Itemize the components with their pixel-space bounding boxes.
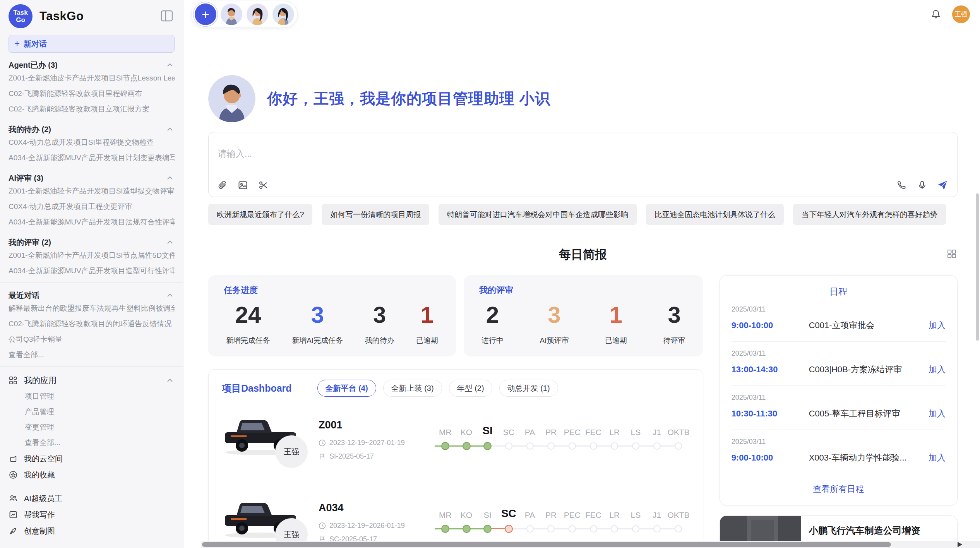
chat-input-placeholder[interactable]: 请输入...	[218, 148, 252, 160]
suggestion-chip[interactable]: 比亚迪全固态电池计划具体说了什么	[646, 204, 784, 225]
sidebar-item[interactable]: A034-全新新能源MUV产品开发项目计划变更表编写	[9, 150, 175, 166]
view-all-schedule-link[interactable]: 查看所有日程	[732, 474, 946, 501]
milestone-cell: LS	[625, 421, 646, 480]
sidebar-item[interactable]: 解释最新出台的欧盟报废车法规再生塑料比例被调至15%...	[9, 301, 175, 316]
briefing-stat-card: 任务进度 24 新增完成任务 3 新增AI完成任务 3 我的待办 1 已逾期	[208, 275, 456, 356]
dashboard-filter-chip[interactable]: 全新平台 (4)	[317, 380, 376, 397]
recent-view-all[interactable]: 查看全部...	[9, 347, 175, 363]
suggestion-chip[interactable]: 特朗普可能对进口汽车增税会对中国车企造成哪些影响	[439, 204, 637, 225]
project-dates: 2023-12-19~2026-01-19	[329, 522, 405, 530]
stat-label: AI预评审	[540, 336, 569, 346]
vertical-scrollbar-thumb[interactable]	[976, 194, 979, 341]
my-favorites[interactable]: 我的收藏	[9, 467, 175, 483]
collapse-sidebar-icon[interactable]	[161, 10, 173, 22]
creative-drawing[interactable]: 创意制图	[9, 523, 175, 539]
image-icon[interactable]	[238, 180, 248, 190]
dashboard-filter-chip[interactable]: 年型 (2)	[449, 380, 492, 397]
project-row[interactable]: 王强 A034 2023-12-19~2026-01-19 SC-2025-05…	[222, 497, 690, 548]
paperclip-icon[interactable]	[217, 180, 228, 190]
milestone-cell: SC	[498, 421, 519, 480]
new-session-button[interactable]: +	[195, 3, 216, 25]
recent-section: 最近对话 解释最新出台的欧盟报废车法规再生塑料比例被调至15%...C02-飞腾…	[9, 290, 175, 363]
chevron-up-icon[interactable]	[165, 291, 175, 300]
dashboard-filter-chip[interactable]: 动总开发 (1)	[499, 380, 558, 397]
user-avatar[interactable]: 王强	[952, 5, 970, 23]
join-meeting-link[interactable]: 加入	[929, 364, 946, 375]
sidebar-section-header[interactable]: AI评审 (3)	[9, 173, 175, 183]
suggestion-chip[interactable]: 欧洲新规最近颁布了什么?	[208, 204, 312, 225]
chat-input-card[interactable]: 请输入...	[208, 132, 958, 197]
chevron-up-icon[interactable]	[165, 173, 175, 183]
agent-avatar-2[interactable]	[247, 3, 268, 25]
sidebar-item[interactable]: A034-全新新能源MUV产品开发项目造型可行性评审	[9, 263, 175, 279]
schedule-date: 2025/03/11	[732, 394, 946, 402]
scroll-right-arrow-icon[interactable]	[958, 542, 962, 547]
layout-grid-icon[interactable]	[947, 249, 957, 259]
join-meeting-link[interactable]: 加入	[929, 408, 946, 420]
app-item-project-mgmt[interactable]: 项目管理	[9, 389, 175, 404]
input-send-tools	[896, 180, 948, 190]
milestone-cell: J1	[646, 421, 668, 480]
sidebar-item[interactable]: Z001-全新燃油轻卡产品开发项目SI节点属性5D文件评审	[9, 248, 175, 263]
sidebar-section-header[interactable]: 我的评审 (2)	[9, 237, 175, 248]
greeting-text: 你好，王强，我是你的项目管理助理 小识	[267, 88, 550, 109]
my-cloud-space[interactable]: 我的云空间	[9, 450, 175, 467]
send-icon[interactable]	[937, 180, 948, 190]
schedule-item: 2025/03/11 13:00-14:30 C003|H0B-方案冻结评审 加…	[732, 342, 946, 386]
stat-label: 新增完成任务	[226, 336, 270, 346]
milestone-label: KO	[461, 421, 472, 437]
milestone-dot	[526, 525, 534, 533]
suggestion-chip[interactable]: 如何写一份清晰的项目周报	[322, 204, 429, 225]
schedule-item: 2025/03/11 9:00-10:00 C001-立项审批会 加入	[732, 298, 946, 342]
logo-line1: Task	[13, 9, 28, 16]
suggestion-chips: 欧洲新规最近颁布了什么? 如何写一份清晰的项目周报 特朗普可能对进口汽车增税会对…	[208, 204, 958, 225]
sidebar-item[interactable]: C0X4-动力总成开发项目SI里程碑提交物检查	[9, 135, 175, 150]
app-item-product-mgmt[interactable]: 产品管理	[9, 404, 175, 420]
milestone-dot	[483, 525, 492, 533]
sidebar-section-header[interactable]: 我的待办 (2)	[9, 124, 175, 135]
suggestion-chip[interactable]: 当下年轻人对汽车外观有怎样的喜好趋势	[793, 204, 946, 225]
notification-bell-icon[interactable]	[930, 9, 941, 20]
milestone-dot	[526, 442, 534, 450]
sidebar-item[interactable]: Z001-全新燃油皮卡产品开发项目SI节点Lesson Learn报告	[9, 70, 175, 86]
project-code: Z001	[319, 419, 435, 431]
microphone-icon[interactable]	[917, 180, 927, 190]
assistant-avatar	[208, 75, 255, 122]
app-item-change-mgmt[interactable]: 变更管理	[9, 420, 175, 435]
sidebar-item[interactable]: C02-飞腾新能源轻客改款项目的闭环通告反馈情况	[9, 316, 175, 332]
briefing-cards: 任务进度 24 新增完成任务 3 新增AI完成任务 3 我的待办 1 已逾期 我…	[208, 275, 703, 356]
agent-avatar-3[interactable]	[272, 3, 294, 25]
sidebar-item[interactable]: C02-飞腾新能源轻客改款项目立项汇报方案	[9, 101, 175, 117]
new-chat-button[interactable]: + 新对话	[9, 35, 175, 53]
scissors-icon[interactable]	[258, 180, 269, 190]
chevron-up-icon[interactable]	[165, 376, 175, 385]
new-chat-label: 新对话	[24, 39, 47, 49]
chevron-up-icon[interactable]	[165, 60, 175, 70]
sidebar-item[interactable]: C0X4-动力总成开发项目工程变更评审	[9, 199, 175, 214]
agent-avatar-1[interactable]	[221, 3, 242, 25]
horizontal-scrollbar[interactable]	[201, 541, 980, 548]
help-me-write[interactable]: 帮我写作	[9, 507, 175, 523]
dashboard-filter-chip[interactable]: 全新上装 (3)	[383, 380, 442, 397]
sidebar-item[interactable]: Z001-全新燃油轻卡产品开发项目SI造型提交物评审	[9, 183, 175, 199]
recent-section-header[interactable]: 最近对话	[9, 290, 175, 301]
my-apps-header[interactable]: 我的应用	[9, 372, 175, 389]
milestone-label: MR	[439, 421, 452, 437]
briefing-stat-card: 我的评审 2 进行中 3 AI预评审 1 已逾期 3 待评审	[464, 275, 703, 356]
join-meeting-link[interactable]: 加入	[929, 320, 946, 331]
horizontal-scrollbar-thumb[interactable]	[202, 542, 891, 547]
sidebar-item[interactable]: A034-全新新能源MUV产品开发项目法规符合性评审	[9, 214, 175, 230]
app-items-view-all[interactable]: 查看全部...	[9, 435, 175, 450]
project-code: A034	[319, 502, 435, 514]
chevron-up-icon[interactable]	[165, 125, 175, 134]
sidebar-section-header[interactable]: Agent已办 (3)	[9, 60, 175, 70]
sidebar-item[interactable]: 公司Q3轻卡销量	[9, 332, 175, 347]
sidebar-item[interactable]: C02-飞腾新能源轻客改款项目里程碑画布	[9, 86, 175, 101]
milestone-dot	[569, 525, 576, 533]
join-meeting-link[interactable]: 加入	[929, 452, 946, 464]
project-row[interactable]: 王强 Z001 2023-12-19~2027-01-19 SI-2025-05…	[222, 414, 690, 480]
stat: 3 新增AI完成任务	[292, 300, 343, 346]
chevron-up-icon[interactable]	[165, 238, 175, 247]
ai-super-staff[interactable]: AI超级员工	[9, 490, 175, 507]
phone-call-icon[interactable]	[896, 180, 907, 190]
